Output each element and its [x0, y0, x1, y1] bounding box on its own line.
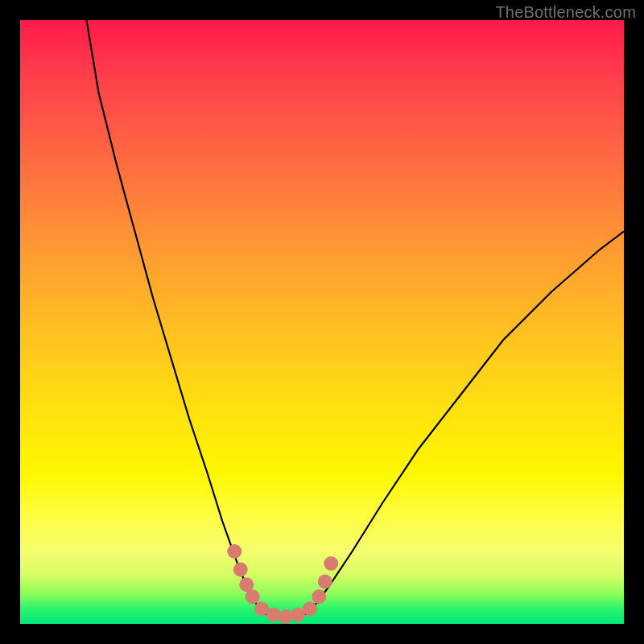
valley-marker — [318, 575, 332, 589]
valley-marker — [246, 589, 260, 604]
main-curve — [87, 20, 625, 618]
valley-marker — [324, 556, 338, 571]
curve-layer — [20, 20, 624, 624]
watermark-text: TheBottleneck.com — [495, 3, 636, 22]
valley-markers — [227, 544, 338, 624]
valley-marker — [312, 589, 326, 604]
valley-marker — [227, 544, 242, 559]
valley-marker — [303, 601, 317, 616]
chart-stage: TheBottleneck.com — [0, 0, 644, 644]
plot-area — [20, 20, 624, 624]
valley-marker — [233, 563, 248, 577]
bottleneck-curve — [87, 20, 625, 618]
